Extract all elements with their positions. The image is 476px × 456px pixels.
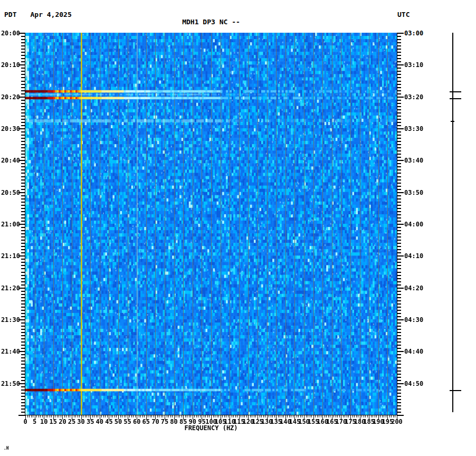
- x-axis-tick: [345, 415, 345, 417]
- right-axis-tick: [397, 377, 401, 378]
- left-axis-tick: [21, 310, 25, 311]
- left-axis-tick: [21, 386, 25, 387]
- x-axis-tick: [94, 415, 94, 417]
- x-axis-tick: [287, 415, 288, 417]
- left-axis-tick: [21, 313, 25, 314]
- left-axis-time-label: 20:00: [0, 30, 20, 36]
- left-axis-tick: [21, 380, 25, 381]
- station-title-line1: MDH1 DP3 NC --: [170, 18, 253, 26]
- left-axis-tick: [21, 294, 25, 295]
- x-axis-tick: [269, 415, 269, 417]
- x-axis-tick-label: 0: [23, 419, 27, 425]
- corner-mark: .H: [4, 446, 9, 451]
- left-axis-tick: [21, 246, 25, 247]
- x-axis-tick: [334, 415, 334, 417]
- right-axis-tick: [397, 252, 401, 253]
- left-axis-time-label: 21:10: [0, 253, 20, 259]
- right-axis-tick: [397, 275, 401, 276]
- left-axis-tick: [21, 374, 25, 375]
- right-axis-time-label: 03:00: [404, 30, 423, 36]
- x-axis-tick: [92, 415, 93, 417]
- x-axis-title: FREQUENCY (HZ): [184, 424, 237, 432]
- x-axis-tick: [87, 415, 87, 417]
- x-axis-tick: [252, 415, 252, 417]
- right-axis-tick: [397, 97, 404, 98]
- right-axis-tick: [397, 81, 401, 82]
- left-axis-tick: [21, 393, 25, 394]
- right-axis-tick: [397, 255, 404, 256]
- x-axis-tick: [232, 415, 232, 417]
- scale-bar-event-marker: [450, 98, 461, 99]
- right-axis-tick: [397, 163, 401, 164]
- x-axis-tick: [226, 415, 226, 417]
- x-axis-tick: [103, 415, 104, 417]
- x-axis-tick: [191, 415, 191, 417]
- right-axis-tick: [397, 351, 404, 352]
- right-axis-tick: [397, 205, 401, 206]
- right-axis-tick: [397, 183, 401, 184]
- x-axis-tick: [105, 415, 106, 417]
- x-axis-tick: [167, 415, 167, 417]
- x-axis-tick: [115, 415, 115, 417]
- x-axis-tick: [142, 415, 143, 417]
- right-axis-time-label: 03:20: [404, 94, 423, 100]
- timezone-left-label: PDT: [4, 11, 16, 18]
- x-axis-tick: [336, 415, 336, 417]
- x-axis-tick: [348, 415, 349, 417]
- x-axis-tick: [367, 415, 368, 417]
- left-axis-tick: [21, 186, 25, 187]
- x-axis-tick: [298, 415, 299, 417]
- x-axis-tick: [85, 415, 85, 417]
- left-axis-tick: [21, 272, 25, 273]
- x-axis-tick: [244, 415, 245, 417]
- x-axis-tick: [57, 415, 58, 417]
- right-axis-tick: [397, 211, 401, 212]
- x-axis-tick: [159, 415, 159, 417]
- right-axis-tick: [397, 176, 401, 177]
- left-axis-time-label: 21:40: [0, 348, 20, 355]
- right-axis-tick: [397, 55, 401, 56]
- left-axis-tick: [21, 233, 25, 234]
- right-axis-tick: [397, 300, 401, 301]
- right-axis-tick: [397, 166, 401, 167]
- x-axis-tick: [59, 415, 59, 417]
- x-axis-tick: [361, 415, 362, 417]
- scale-bar-line: [452, 33, 453, 412]
- x-axis-tick: [246, 415, 247, 417]
- left-axis-tick: [21, 370, 25, 372]
- x-axis-tick-label: 30: [77, 419, 84, 425]
- x-axis-tick-label: 45: [105, 419, 112, 425]
- right-axis-tick: [397, 374, 401, 375]
- right-axis-tick: [397, 109, 401, 110]
- scale-bar-event-marker: [450, 91, 461, 92]
- x-axis-tick: [358, 415, 358, 417]
- left-axis-tick: [21, 265, 25, 266]
- right-axis-tick: [397, 221, 401, 222]
- left-axis-time-label: 20:10: [0, 62, 20, 68]
- left-axis-tick: [21, 103, 25, 104]
- x-axis-tick: [66, 415, 66, 417]
- date-label: Apr 4,2025: [30, 11, 71, 18]
- right-axis-tick: [397, 281, 401, 282]
- x-axis-tick: [237, 415, 237, 417]
- right-axis-tick: [397, 236, 401, 238]
- right-axis-tick: [397, 202, 401, 203]
- left-axis-tick: [21, 412, 25, 413]
- x-axis-tick-label: 55: [123, 419, 131, 425]
- x-axis-tick: [47, 415, 48, 417]
- x-axis-tick: [172, 415, 173, 417]
- x-axis-tick-label: 60: [133, 419, 140, 425]
- left-axis-tick: [21, 326, 25, 327]
- left-axis-tick: [21, 198, 25, 200]
- x-axis-tick: [187, 415, 187, 417]
- right-axis-tick: [397, 354, 401, 355]
- right-axis-tick: [397, 265, 401, 266]
- x-axis-tick: [213, 415, 214, 417]
- x-axis-tick: [330, 415, 330, 417]
- left-axis-tick: [21, 262, 25, 263]
- x-axis-tick: [384, 415, 384, 417]
- right-axis-tick: [397, 393, 401, 394]
- left-axis-tick: [21, 81, 25, 82]
- x-axis-tick: [317, 415, 318, 417]
- left-axis-tick: [21, 307, 25, 308]
